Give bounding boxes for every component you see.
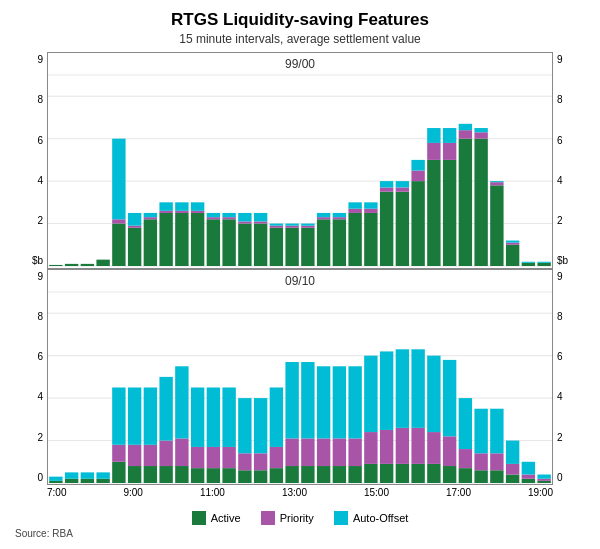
svg-rect-103 [81, 472, 94, 478]
svg-rect-44 [285, 226, 298, 228]
svg-rect-162 [396, 349, 409, 428]
svg-rect-129 [222, 387, 235, 446]
x-label: 19:00 [528, 487, 553, 498]
svg-rect-177 [474, 408, 487, 453]
legend-priority-label: Priority [280, 512, 314, 524]
svg-rect-59 [364, 209, 377, 213]
svg-rect-39 [254, 213, 267, 221]
svg-rect-15 [128, 213, 141, 226]
y-axis-left-bottom: 9 8 6 4 2 0 [15, 269, 47, 486]
svg-rect-11 [112, 219, 125, 223]
legend-active: Active [192, 511, 241, 525]
svg-rect-136 [270, 468, 283, 483]
legend-priority: Priority [261, 511, 314, 525]
svg-rect-76 [459, 139, 472, 266]
svg-rect-143 [301, 438, 314, 466]
x-label: 13:00 [282, 487, 307, 498]
svg-rect-179 [490, 453, 503, 470]
svg-rect-132 [238, 398, 251, 453]
svg-rect-174 [459, 398, 472, 449]
charts-area: 9 8 6 4 2 $b 99/00 9 8 6 4 2 $b [15, 52, 585, 485]
svg-rect-176 [474, 453, 487, 470]
svg-rect-22 [175, 213, 188, 266]
svg-rect-6 [49, 265, 62, 266]
svg-rect-53 [333, 217, 346, 219]
svg-rect-135 [254, 398, 267, 453]
svg-rect-24 [175, 202, 188, 210]
x-label: 7:00 [47, 487, 66, 498]
svg-rect-60 [364, 202, 377, 208]
svg-rect-114 [144, 387, 157, 444]
svg-rect-164 [411, 427, 424, 463]
svg-rect-68 [411, 171, 424, 182]
legend-autooffset-label: Auto-Offset [353, 512, 408, 524]
svg-rect-148 [333, 466, 346, 483]
svg-rect-165 [411, 349, 424, 428]
svg-rect-156 [364, 355, 377, 431]
svg-rect-167 [427, 432, 440, 464]
svg-rect-118 [175, 466, 188, 483]
svg-rect-152 [348, 438, 361, 466]
svg-rect-171 [443, 359, 456, 435]
svg-rect-23 [175, 211, 188, 213]
svg-rect-65 [396, 187, 409, 191]
svg-rect-106 [112, 461, 125, 482]
svg-rect-134 [254, 453, 267, 470]
svg-rect-173 [459, 449, 472, 468]
y-tick: 9 [37, 54, 43, 65]
svg-rect-128 [222, 446, 235, 467]
y-tick: 2 [37, 215, 43, 226]
y-tick: 8 [37, 94, 43, 105]
svg-rect-48 [301, 224, 314, 226]
y-tick: 4 [557, 175, 563, 186]
svg-rect-113 [144, 444, 157, 465]
svg-rect-63 [380, 181, 393, 187]
y-axis-right-bottom: 9 8 6 4 2 0 [553, 269, 585, 486]
panel1-label: 99/00 [281, 57, 319, 71]
svg-rect-86 [506, 243, 519, 245]
svg-rect-27 [191, 202, 204, 210]
y-tick: 4 [37, 175, 43, 186]
svg-rect-140 [285, 438, 298, 466]
svg-rect-172 [459, 468, 472, 483]
svg-rect-112 [144, 466, 157, 483]
y-tick: 9 [557, 271, 563, 282]
svg-rect-184 [522, 478, 535, 482]
plot-area-top: 99/00 [47, 52, 553, 269]
svg-rect-109 [128, 466, 141, 483]
svg-rect-127 [222, 468, 235, 483]
svg-rect-107 [112, 444, 125, 461]
svg-rect-58 [364, 213, 377, 266]
svg-rect-19 [159, 213, 172, 266]
y-tick: 0 [557, 472, 563, 483]
svg-rect-181 [506, 474, 519, 482]
svg-rect-28 [207, 219, 220, 266]
svg-rect-188 [537, 478, 550, 480]
x-axis-labels: 7:00 9:00 11:00 13:00 15:00 17:00 19:00 [47, 485, 553, 507]
svg-rect-46 [301, 228, 314, 266]
svg-rect-70 [427, 160, 440, 266]
svg-rect-80 [474, 132, 487, 138]
plot-area-bottom: 09/10 [47, 269, 553, 486]
svg-rect-100 [65, 478, 78, 482]
svg-rect-138 [270, 387, 283, 446]
svg-rect-105 [96, 472, 109, 478]
svg-rect-178 [490, 470, 503, 483]
svg-rect-47 [301, 226, 314, 228]
svg-rect-10 [112, 224, 125, 266]
svg-rect-13 [128, 228, 141, 266]
y-axis-right-top: 9 8 6 4 2 $b [553, 52, 585, 269]
svg-rect-21 [159, 202, 172, 210]
svg-rect-141 [285, 362, 298, 438]
svg-rect-14 [128, 226, 141, 228]
svg-rect-83 [490, 182, 503, 185]
y-tick: 6 [557, 135, 563, 146]
svg-rect-139 [285, 466, 298, 483]
legend-autooffset-box [334, 511, 348, 525]
svg-rect-183 [506, 440, 519, 463]
svg-rect-158 [380, 429, 393, 463]
svg-rect-125 [207, 446, 220, 467]
svg-rect-35 [238, 221, 251, 223]
svg-rect-170 [443, 436, 456, 466]
x-axis-area: 7:00 9:00 11:00 13:00 15:00 17:00 19:00 [15, 485, 585, 507]
